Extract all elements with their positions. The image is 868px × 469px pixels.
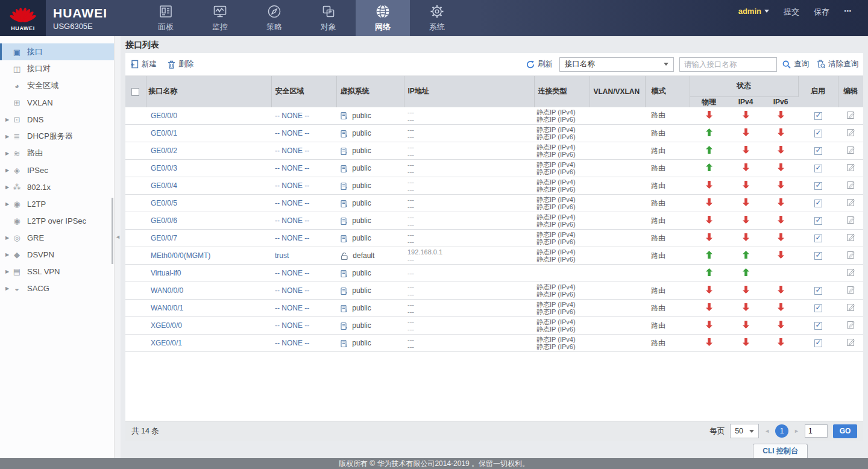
sidebar-item-802-1x[interactable]: ▶ ⁂ 802.1x [0,178,114,195]
interface-name-link[interactable]: WAN0/0/0 [151,286,183,295]
expand-arrow-icon[interactable]: ▶ [0,201,11,207]
sidebar-item-l2tp-over-ipsec[interactable]: ◉ L2TP over IPSec [0,212,114,229]
expand-arrow-icon[interactable]: ▶ [0,252,11,257]
enable-checkbox[interactable] [814,165,822,172]
interface-name-link[interactable]: Virtual-if0 [151,269,181,277]
sidebar-scrollbar[interactable] [112,198,113,264]
go-button[interactable]: GO [833,424,857,438]
enable-checkbox[interactable] [814,217,822,225]
query-button[interactable]: 查询 [782,59,809,69]
edit-icon[interactable] [846,338,855,348]
next-page-icon[interactable]: ► [794,428,799,434]
edit-icon[interactable] [846,110,855,121]
edit-icon[interactable] [846,215,855,226]
interface-name-link[interactable]: XGE0/0/0 [151,321,182,330]
edit-icon[interactable] [846,198,855,209]
security-zone-link[interactable]: trust [275,251,289,260]
enable-checkbox[interactable] [814,147,822,155]
interface-name-link[interactable]: XGE0/0/1 [151,339,182,347]
security-zone-link[interactable]: -- NONE -- [275,112,309,120]
interface-name-link[interactable]: GE0/0/2 [151,146,177,155]
interface-name-link[interactable]: GE0/0/4 [151,181,177,190]
sidebar-item-ssl-vpn[interactable]: ▶ ▤ SSL VPN [0,263,114,280]
tab-system[interactable]: 系统 [410,0,464,36]
enable-checkbox[interactable] [814,339,822,347]
current-page-badge[interactable]: 1 [775,424,788,438]
search-input[interactable] [679,57,777,72]
sidebar-splitter[interactable]: ◄ [115,36,121,458]
expand-arrow-icon[interactable]: ▶ [0,235,11,241]
expand-arrow-icon[interactable]: ▶ [0,151,11,156]
enable-checkbox[interactable] [814,287,822,295]
enable-checkbox[interactable] [814,112,822,120]
edit-icon[interactable] [846,180,855,191]
edit-icon[interactable] [846,303,855,313]
refresh-button[interactable]: 刷新 [526,59,553,69]
sidebar-item-gre[interactable]: ▶ ◎ GRE [0,229,114,246]
delete-button[interactable]: 删除 [168,59,193,69]
security-zone-link[interactable]: -- NONE -- [275,164,309,172]
submit-button[interactable]: 提交 [784,7,799,17]
edit-icon[interactable] [846,145,855,156]
interface-name-link[interactable]: GE0/0/7 [151,234,177,242]
security-zone-link[interactable]: -- NONE -- [275,286,309,295]
sidebar-item-l2tp[interactable]: ▶ ◉ L2TP [0,195,114,212]
interface-name-link[interactable]: GE0/0/0 [151,112,177,120]
save-button[interactable]: 保存 [814,7,829,17]
interface-name-link[interactable]: WAN0/0/1 [151,304,183,312]
security-zone-link[interactable]: -- NONE -- [275,339,309,347]
new-button[interactable]: 新建 [130,59,157,69]
expand-arrow-icon[interactable]: ▶ [0,269,11,274]
enable-checkbox[interactable] [814,130,822,137]
security-zone-link[interactable]: -- NONE -- [275,181,309,190]
edit-icon[interactable] [846,128,855,139]
collapse-sidebar-icon[interactable]: ◄ [115,234,121,240]
enable-checkbox[interactable] [814,322,822,330]
tab-object[interactable]: 对象 [301,0,356,36]
enable-checkbox[interactable] [814,234,822,242]
enable-checkbox[interactable] [814,182,822,190]
security-zone-link[interactable]: -- NONE -- [275,129,309,137]
edit-icon[interactable] [846,320,855,331]
sidebar-item-route[interactable]: ▶ ≋ 路由 [0,145,114,162]
enable-checkbox[interactable] [814,200,822,207]
expand-arrow-icon[interactable]: ▶ [0,184,11,190]
security-zone-link[interactable]: -- NONE -- [275,199,309,207]
sidebar-item-ipsec[interactable]: ▶ ◈ IPSec [0,162,114,178]
sidebar-item-vxlan[interactable]: ⊞ VXLAN [0,94,114,111]
security-zone-link[interactable]: -- NONE -- [275,146,309,155]
enable-checkbox[interactable] [814,252,822,260]
security-zone-link[interactable]: -- NONE -- [275,269,309,277]
edit-icon[interactable] [846,285,855,296]
security-zone-link[interactable]: -- NONE -- [275,321,309,330]
edit-icon[interactable] [846,250,855,261]
goto-page-input[interactable] [805,424,828,438]
user-menu[interactable]: admin [738,7,769,16]
security-zone-link[interactable]: -- NONE -- [275,216,309,225]
sidebar-item-dhcp-server[interactable]: ▶ ≣ DHCP服务器 [0,128,114,145]
select-all-checkbox[interactable] [131,88,139,96]
tab-policy[interactable]: 策略 [247,0,301,36]
expand-arrow-icon[interactable]: ▶ [0,286,11,291]
tab-monitor[interactable]: 监控 [193,0,247,36]
sidebar-item-interface[interactable]: ▣ 接口 [0,43,114,60]
interface-name-link[interactable]: MEth0/0/0(MGMT) [151,251,210,260]
security-zone-link[interactable]: -- NONE -- [275,234,309,242]
security-zone-link[interactable]: -- NONE -- [275,304,309,312]
interface-name-link[interactable]: GE0/0/6 [151,216,177,225]
prev-page-icon[interactable]: ◄ [764,428,770,434]
edit-icon[interactable] [846,268,855,279]
page-size-select[interactable]: 50 [730,424,759,438]
sidebar-item-dns[interactable]: ▶ ⊡ DNS [0,111,114,128]
expand-arrow-icon[interactable]: ▶ [0,168,11,173]
tab-network[interactable]: 网络 [356,0,410,36]
sidebar-item-interface-pair[interactable]: ◫ 接口对 [0,60,114,77]
interface-name-link[interactable]: GE0/0/3 [151,164,177,172]
sidebar-item-sacg[interactable]: ▶ ◒ SACG [0,280,114,297]
expand-arrow-icon[interactable]: ▶ [0,134,11,139]
filter-field-select[interactable]: 接口名称 [559,57,674,72]
edit-icon[interactable] [846,233,855,244]
edit-icon[interactable] [846,163,855,174]
more-menu-icon[interactable]: ⋯ [844,7,852,16]
sidebar-item-dsvpn[interactable]: ▶ ◆ DSVPN [0,246,114,263]
